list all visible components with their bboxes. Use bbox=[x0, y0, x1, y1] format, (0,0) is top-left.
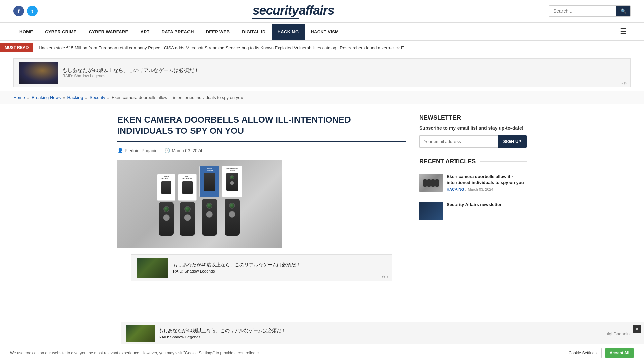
ad-text: もしあなたが40歳以上なら、このリアルなゲームは必須だ！ bbox=[62, 67, 199, 74]
recent-thumb-2 bbox=[419, 202, 443, 220]
recent-article-title-2: Security Affairs newsletter bbox=[447, 202, 527, 208]
breadcrumb-security[interactable]: Security bbox=[90, 95, 105, 100]
doorbell-device-4 bbox=[225, 199, 240, 236]
recent-article-content-2: Security Affairs newsletter bbox=[447, 202, 527, 220]
article-divider bbox=[117, 141, 406, 142]
thumb-door-2 bbox=[427, 179, 431, 187]
recent-date-1: March 03, 2024 bbox=[468, 187, 493, 191]
main-layout: EKEN CAMERA DOORBELLS ALLOW ILL-INTENTIO… bbox=[104, 104, 540, 295]
recent-thumb-1 bbox=[419, 174, 443, 192]
newsletter-section: NEWSLETTER Subscribe to my email list an… bbox=[419, 114, 527, 148]
doorbell-unit-1: VIDEODOORBELL bbox=[157, 174, 175, 236]
thumb-door-1 bbox=[423, 179, 427, 187]
news-ticker: MUST READ Hackers stole €15 Million from… bbox=[0, 41, 644, 55]
doorbell-unit-2: VIDEODOORBELL bbox=[178, 174, 197, 236]
recent-articles-section: RECENT ARTICLES Eken camera doorbells al… bbox=[419, 158, 527, 225]
thumb-doorbells-img bbox=[419, 174, 443, 192]
breadcrumb-current: Eken camera doorbells allow ill-intentio… bbox=[112, 95, 243, 100]
author-name: Pierluigi Paganini bbox=[125, 148, 158, 153]
camera-lens-4 bbox=[229, 203, 235, 209]
doorbell-device-3 bbox=[202, 199, 217, 236]
ticker-wrapper: Hackers stole €15 Million from European … bbox=[39, 45, 644, 50]
doorbell-unit-3: VideoDoorbell bbox=[199, 166, 219, 236]
sidebar-column: NEWSLETTER Subscribe to my email list an… bbox=[419, 114, 527, 285]
recent-article-title-1: Eken camera doorbells allow ill-intentio… bbox=[447, 174, 527, 185]
recent-article-item[interactable]: Eken camera doorbells allow ill-intentio… bbox=[419, 169, 527, 197]
thumb-door-4 bbox=[435, 179, 439, 187]
ad-content: もしあなたが40歳以上なら、このリアルなゲームは必須だ！ RAID: Shado… bbox=[62, 67, 199, 78]
recent-article-content-1: Eken camera doorbells allow ill-intentio… bbox=[447, 174, 527, 192]
breadcrumb-breaking-news[interactable]: Breaking News bbox=[32, 95, 61, 100]
search-button[interactable]: 🔍 bbox=[616, 6, 630, 16]
doorbell-btn-3 bbox=[206, 211, 213, 218]
recent-article-meta-1: HACKING / March 03, 2024 bbox=[447, 187, 527, 191]
newsletter-email-input[interactable] bbox=[419, 135, 498, 148]
nav-item-apt[interactable]: APT bbox=[135, 24, 156, 40]
bottom-ad-image bbox=[137, 258, 168, 278]
bottom-ad-content: もしあなたが40歳以上なら、このリアルなゲームは必須だ！ RAID: Shado… bbox=[173, 262, 301, 274]
twitter-icon[interactable]: t bbox=[27, 6, 38, 16]
nav-item-deepweb[interactable]: DEEP WEB bbox=[200, 24, 236, 40]
ad-subtext: RAID: Shadow Legends bbox=[62, 74, 199, 78]
article-date: 🕐 March 03, 2024 bbox=[164, 148, 202, 153]
nav-item-databreach[interactable]: DATA BREACH bbox=[155, 24, 200, 40]
thumb-newsletter-img bbox=[419, 202, 443, 220]
author-icon: 👤 bbox=[117, 148, 123, 153]
article-column: EKEN CAMERA DOORBELLS ALLOW ILL-INTENTIO… bbox=[117, 114, 419, 285]
article-image: VIDEODOORBELL VIDEODOORBELL bbox=[117, 160, 282, 248]
doorbell-device-1 bbox=[159, 202, 174, 236]
breadcrumb: Home » Breaking News » Hacking » Securit… bbox=[0, 91, 644, 104]
recent-tag-1[interactable]: HACKING bbox=[447, 187, 464, 191]
nav-item-cybercrime[interactable]: CYBER CRIME bbox=[39, 24, 83, 40]
thumb-door-3 bbox=[431, 179, 435, 187]
clock-icon: 🕐 bbox=[164, 148, 170, 153]
article-author: 👤 Pierluigi Paganini bbox=[117, 148, 158, 153]
camera-lens-3 bbox=[206, 203, 212, 209]
ticker-text: Hackers stole €15 Million from European … bbox=[39, 45, 644, 50]
doorbell-box-3: VideoDoorbell bbox=[199, 166, 219, 197]
camera-lens-2 bbox=[184, 206, 191, 212]
doorbell-box-1: VIDEODOORBELL bbox=[157, 174, 175, 201]
main-nav: HOME CYBER CRIME CYBER WARFARE APT DATA … bbox=[0, 22, 644, 41]
doorbell-device-2 bbox=[180, 202, 195, 236]
breadcrumb-sep-2: » bbox=[63, 95, 65, 100]
ad-badges: ⊙ ▷ bbox=[620, 81, 627, 85]
hamburger-menu[interactable]: ☰ bbox=[616, 23, 631, 40]
doorbell-btn-1 bbox=[163, 214, 170, 221]
nav-item-home[interactable]: HOME bbox=[13, 24, 39, 40]
doorbell-btn-4 bbox=[229, 211, 235, 218]
bottom-ad-text: もしあなたが40歳以上なら、このリアルなゲームは必須だ！ bbox=[173, 262, 301, 268]
recent-meta-sep-1: / bbox=[465, 187, 466, 191]
nav-item-hacking[interactable]: HACKING bbox=[272, 24, 305, 40]
breadcrumb-sep-3: » bbox=[85, 95, 88, 100]
search-input[interactable] bbox=[549, 6, 616, 16]
camera-lens-1 bbox=[163, 206, 169, 212]
newsletter-signup-button[interactable]: SIGN UP bbox=[498, 135, 527, 148]
doorbell-btn-2 bbox=[184, 214, 191, 221]
article-title: EKEN CAMERA DOORBELLS ALLOW ILL-INTENTIO… bbox=[117, 114, 406, 136]
site-logo[interactable]: securityaffairs bbox=[252, 3, 334, 19]
facebook-icon[interactable]: f bbox=[13, 6, 24, 16]
social-icons: f t bbox=[13, 6, 38, 16]
doorbell-group: VIDEODOORBELL VIDEODOORBELL bbox=[157, 166, 242, 242]
doorbell-unit-4: Smart Doorbell Camera bbox=[222, 166, 242, 236]
bottom-ad-badges: ⊙ ▷ bbox=[382, 275, 389, 279]
search-bar: 🔍 bbox=[549, 5, 631, 17]
breadcrumb-sep-1: » bbox=[27, 95, 30, 100]
recent-article-item-2[interactable]: Security Affairs newsletter bbox=[419, 197, 527, 225]
logo-text-security: security bbox=[252, 3, 299, 19]
top-bar: f t securityaffairs 🔍 bbox=[0, 0, 644, 22]
top-ad-banner[interactable]: もしあなたが40歳以上なら、このリアルなゲームは必須だ！ RAID: Shado… bbox=[13, 58, 631, 87]
ad-image bbox=[19, 62, 58, 84]
doorbell-box-4: Smart Doorbell Camera bbox=[222, 166, 242, 197]
breadcrumb-home[interactable]: Home bbox=[13, 95, 25, 100]
newsletter-form: SIGN UP bbox=[419, 135, 527, 148]
date-text: March 03, 2024 bbox=[172, 148, 202, 153]
breadcrumb-hacking[interactable]: Hacking bbox=[67, 95, 83, 100]
newsletter-description: Subscribe to my email list and stay up-t… bbox=[419, 125, 527, 131]
recent-articles-title: RECENT ARTICLES bbox=[419, 158, 527, 165]
nav-item-cyberwarfare[interactable]: CYBER WARFARE bbox=[83, 24, 135, 40]
bottom-article-ad[interactable]: もしあなたが40歳以上なら、このリアルなゲームは必須だ！ RAID: Shado… bbox=[131, 254, 392, 281]
nav-item-digitalid[interactable]: DIGITAL ID bbox=[236, 24, 271, 40]
nav-item-hacktivism[interactable]: HACKTIVISM bbox=[305, 24, 345, 40]
